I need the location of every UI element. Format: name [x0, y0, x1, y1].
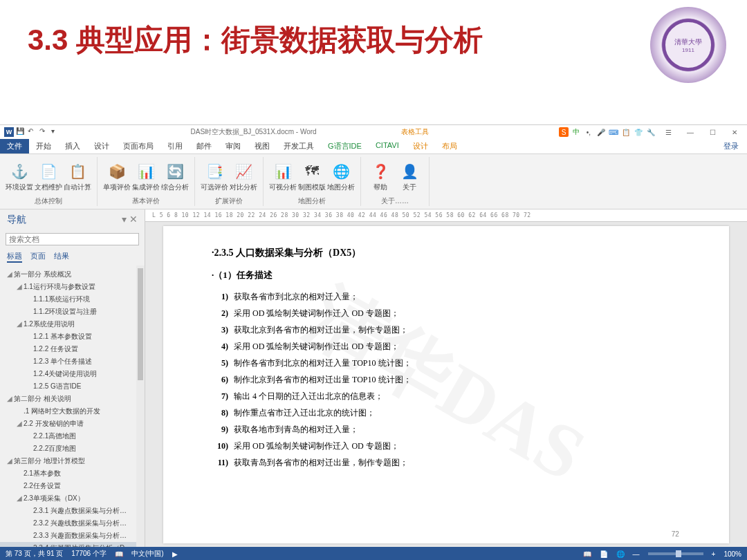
ribbon-button[interactable]: 🌐地图分析: [327, 162, 355, 192]
document-area[interactable]: L 5 6 8 10 12 14 16 18 20 22 24 26 28 30…: [145, 209, 747, 547]
tab-table-layout[interactable]: 布局: [435, 139, 464, 153]
nav-item[interactable]: ◢ 1.2系统使用说明: [0, 318, 136, 330]
ribbon-button[interactable]: 📄文档维护: [35, 162, 62, 192]
view-web-icon[interactable]: 🌐: [616, 550, 625, 558]
nav-item[interactable]: 2.2任务设置: [0, 480, 136, 492]
nav-tab-pages[interactable]: 页面: [30, 251, 46, 263]
doc-subheading[interactable]: ·（1）任务描述: [212, 269, 681, 281]
nav-item[interactable]: 2.3.2 兴趣线数据采集与分析（DX2）: [0, 517, 136, 530]
nav-item[interactable]: 2.3.3 兴趣面数据采集与分析（DX3）: [0, 530, 136, 542]
tab-insert[interactable]: 插入: [58, 139, 87, 153]
tab-developer[interactable]: 开发工具: [277, 139, 321, 153]
nav-item[interactable]: 1.2.5 G语言IDE: [0, 380, 136, 393]
tab-references[interactable]: 引用: [160, 139, 190, 153]
zoom-out-button[interactable]: —: [633, 550, 640, 558]
nav-tab-results[interactable]: 结果: [54, 251, 69, 263]
nav-item[interactable]: 2.1基本参数: [0, 467, 136, 480]
nav-item[interactable]: ◢ 2.2 开发秘钥的申请: [0, 418, 136, 430]
nav-item[interactable]: ◢ 第一部分 系统概况: [0, 268, 136, 281]
doc-list-item[interactable]: 7)输出 4 个日期的迁入迁出北京的信息表；: [212, 389, 681, 403]
doc-list-item[interactable]: 9)获取各地市到青岛的相对迁入量；: [212, 422, 681, 436]
tray-icon-c[interactable]: 🔧: [646, 127, 656, 137]
ribbon-button[interactable]: 📑可选评价: [201, 162, 228, 192]
nav-search[interactable]: [6, 233, 139, 245]
doc-list-item[interactable]: 2)采用 OD 弧绘制关键词制作迁入 OD 专题图；: [212, 306, 681, 320]
tab-table-design[interactable]: 设计: [406, 139, 435, 153]
tab-design[interactable]: 设计: [87, 139, 116, 153]
doc-list-item[interactable]: 1)获取各省市到北京的相对迁入量；: [212, 290, 681, 304]
ribbon-button[interactable]: ❓帮助: [367, 162, 394, 192]
nav-item[interactable]: ◢ 1.1运行环境与参数设置: [0, 281, 136, 293]
tab-glang-ide[interactable]: G语言IDE: [321, 139, 369, 153]
view-print-icon[interactable]: 📄: [600, 550, 608, 558]
ribbon-collapse-icon[interactable]: ☰: [658, 129, 678, 136]
doc-heading[interactable]: ·2.3.5 人口数据采集与分析（DX5）: [212, 247, 681, 259]
ribbon-button[interactable]: ⚓环境设置: [6, 162, 33, 192]
minimize-button[interactable]: —: [681, 129, 700, 136]
doc-list[interactable]: 1)获取各省市到北京的相对迁入量；2)采用 OD 弧绘制关键词制作迁入 OD 专…: [212, 290, 681, 469]
nav-item[interactable]: 2.2.1高德地图: [0, 430, 136, 442]
nav-item[interactable]: 2.3.4 街景图片采集与分析（DX4）: [0, 542, 136, 547]
tray-icon-b[interactable]: 👕: [634, 127, 643, 137]
ribbon-button[interactable]: 📋自动计算: [64, 162, 91, 192]
document-page[interactable]: 清华DAS ·2.3.5 人口数据采集与分析（DX5） ·（1）任务描述 1)获…: [163, 226, 729, 543]
zoom-slider[interactable]: [648, 552, 703, 555]
tray-icon-1[interactable]: •,: [584, 127, 593, 137]
nav-item[interactable]: 2.2.2百度地图: [0, 442, 136, 455]
status-page[interactable]: 第 73 页，共 91 页: [6, 549, 63, 559]
tray-icon-kb[interactable]: ⌨: [609, 127, 618, 137]
redo-icon[interactable]: ↷: [39, 127, 49, 137]
ribbon-button[interactable]: 🗺制图模版: [298, 162, 326, 192]
undo-icon[interactable]: ↶: [28, 127, 37, 137]
nav-item[interactable]: .1 网络时空大数据的开发: [0, 405, 136, 418]
tab-file[interactable]: 文件: [0, 139, 29, 153]
nav-item[interactable]: ◢ 第三部分 地理计算模型: [0, 455, 136, 467]
qat-customize-icon[interactable]: ▾: [51, 127, 61, 137]
tab-mailings[interactable]: 邮件: [190, 139, 219, 153]
doc-list-item[interactable]: 5)制作各省市到北京的相对迁入量 TOP10 统计图；: [212, 356, 681, 370]
nav-item[interactable]: ◢ 第二部分 相关说明: [0, 393, 136, 405]
view-read-icon[interactable]: 📖: [583, 550, 591, 558]
save-icon[interactable]: 💾: [16, 127, 26, 137]
nav-tab-headings[interactable]: 标题: [7, 251, 22, 263]
tab-home[interactable]: 开始: [29, 139, 58, 153]
tab-review[interactable]: 审阅: [219, 139, 248, 153]
nav-search-input[interactable]: [6, 233, 139, 245]
ribbon-button[interactable]: 📦单项评价: [103, 162, 131, 192]
status-macros-icon[interactable]: ▶: [172, 550, 178, 558]
nav-item[interactable]: 1.2.4关键词使用说明: [0, 368, 136, 380]
ribbon-button[interactable]: 👤关于: [396, 162, 423, 192]
nav-item[interactable]: 1.1.2环境设置与注册: [0, 306, 136, 318]
doc-list-item[interactable]: 4)采用 OD 弧绘制关键词制作迁出 OD 专题图；: [212, 339, 681, 353]
tray-icon-a[interactable]: 📋: [621, 127, 631, 137]
status-language[interactable]: 中文(中国): [131, 549, 164, 559]
nav-item[interactable]: 1.2.2 任务设置: [0, 343, 136, 355]
nav-tree[interactable]: ◢ 第一部分 系统概况◢ 1.1运行环境与参数设置1.1.1系统运行环境1.1.…: [0, 265, 136, 547]
tab-layout[interactable]: 页面布局: [116, 139, 160, 153]
doc-list-item[interactable]: 11)获取青岛到各省市的相对迁出量，制作专题图；: [212, 456, 681, 469]
sign-in-link[interactable]: 登录: [717, 139, 747, 153]
nav-item[interactable]: 1.1.1系统运行环境: [0, 293, 136, 306]
ribbon-button[interactable]: 📈对比分析: [230, 162, 257, 192]
nav-close-icon[interactable]: ▾ ✕: [122, 214, 138, 226]
doc-list-item[interactable]: 8)制作重点省市迁入迁出北京的统计图；: [212, 406, 681, 420]
ime-lang-icon[interactable]: 中: [571, 127, 581, 137]
tab-view[interactable]: 视图: [248, 139, 277, 153]
doc-list-item[interactable]: 6)制作北京到各省市的相对迁出量 TOP10 统计图；: [212, 373, 681, 386]
horizontal-ruler[interactable]: L 5 6 8 10 12 14 16 18 20 22 24 26 28 30…: [145, 209, 747, 222]
nav-item[interactable]: 1.2.1 基本参数设置: [0, 330, 136, 343]
ribbon-button[interactable]: 🔄综合分析: [161, 162, 189, 192]
nav-item[interactable]: 1.2.3 单个任务描述: [0, 355, 136, 368]
zoom-in-button[interactable]: +: [712, 550, 716, 558]
sogou-ime-icon[interactable]: S: [559, 127, 569, 137]
ribbon-button[interactable]: 📊可视分析: [269, 162, 297, 192]
maximize-button[interactable]: ☐: [703, 129, 722, 136]
status-words[interactable]: 17706 个字: [71, 549, 107, 559]
tab-citavi[interactable]: CITAVI: [369, 139, 406, 153]
nav-item[interactable]: 2.3.1 兴趣点数据采集与分析（DX1）: [0, 505, 136, 517]
tray-icon-mic[interactable]: 🎤: [596, 127, 606, 137]
doc-list-item[interactable]: 3)获取北京到各省市的相对迁出量，制作专题图；: [212, 323, 681, 337]
ribbon-button[interactable]: 📊集成评价: [132, 162, 160, 192]
doc-list-item[interactable]: 10)采用 OD 弧绘制关键词制作迁入 OD 专题图；: [212, 439, 681, 453]
nav-scrollbar[interactable]: [136, 265, 145, 547]
